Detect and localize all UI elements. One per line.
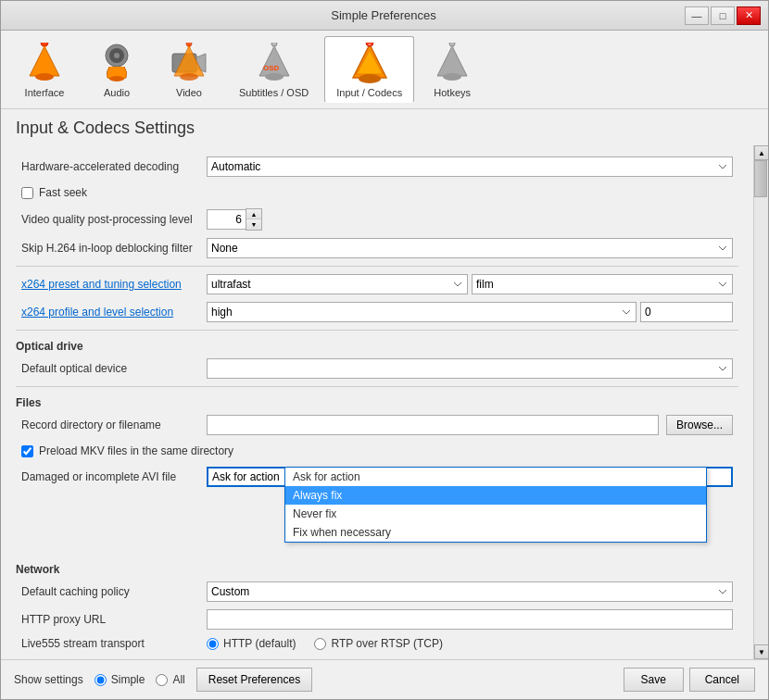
http-proxy-control (207, 609, 733, 630)
show-all-radio[interactable] (156, 674, 168, 686)
tab-interface-label: Interface (25, 87, 65, 98)
fast-seek-label: Fast seek (39, 186, 87, 199)
svg-point-21 (359, 74, 381, 83)
tab-interface[interactable]: Interface (10, 36, 79, 103)
tab-input[interactable]: Input / Codecs (324, 36, 414, 103)
tab-hotkeys-label: Hotkeys (434, 87, 471, 98)
x264-preset-row: x264 preset and tuning selection ultrafa… (16, 272, 738, 296)
spin-down-button[interactable]: ▼ (246, 219, 261, 230)
skip-h264-row: Skip H.264 in-loop deblocking filter Non… (16, 236, 738, 260)
dropdown-item-never[interactable]: Never fix (285, 505, 706, 523)
hardware-decoding-label: Hardware-accelerated decoding (21, 160, 207, 173)
tab-video[interactable]: Video (155, 36, 223, 103)
svg-marker-0 (30, 46, 59, 76)
hotkeys-icon (430, 41, 474, 85)
x264-preset-split: ultrafast superfast veryfast faster fast… (207, 274, 733, 294)
record-dir-label: Record directory or filename (21, 419, 207, 431)
svg-marker-25 (437, 46, 467, 76)
damaged-avi-label: Damaged or incomplete AVI file (21, 470, 207, 483)
svg-text:OSD: OSD (263, 64, 280, 72)
tab-video-label: Video (176, 87, 202, 98)
maximize-button[interactable]: □ (711, 6, 735, 25)
video-quality-control: ▲ ▼ (207, 208, 733, 231)
x264-profile-label[interactable]: x264 profile and level selection (21, 306, 207, 319)
hardware-decoding-select[interactable]: Automatic DirectX VA 2.0 (DXVA2) None (207, 156, 733, 177)
scroll-content[interactable]: Hardware-accelerated decoding Automatic … (1, 145, 753, 659)
show-all-option: All (156, 673, 184, 686)
window-controls: — □ ✕ (685, 6, 761, 25)
live555-radio-row: HTTP (default) RTP over RTSP (TCP) (207, 637, 733, 650)
svg-point-1 (35, 73, 54, 81)
main-window: Simple Preferences — □ ✕ Interface (0, 0, 769, 700)
svg-point-7 (109, 76, 124, 81)
optical-section-header: Optical drive (16, 340, 738, 353)
record-dir-row: Record directory or filename Browse... (16, 413, 738, 437)
cancel-button[interactable]: Cancel (689, 668, 755, 692)
scroll-thumb[interactable] (754, 160, 767, 197)
x264-preset-select2[interactable]: film animation grain (472, 274, 733, 294)
tab-subtitles-label: Subtitles / OSD (239, 87, 309, 98)
dropdown-item-always[interactable]: Always fix (285, 486, 706, 505)
video-quality-row: Video quality post-processing level ▲ ▼ (16, 206, 738, 232)
optical-device-select[interactable] (207, 358, 733, 379)
files-section-header: Files (16, 396, 738, 409)
caching-policy-row: Default caching policy Custom Conservati… (16, 580, 738, 604)
interface-icon (22, 41, 67, 85)
bottom-right: Save Cancel (624, 668, 755, 692)
skip-h264-control: None Non-ref Bidir Non-key All (207, 238, 733, 258)
x264-preset-label[interactable]: x264 preset and tuning selection (21, 278, 207, 291)
x264-preset-select1[interactable]: ultrafast superfast veryfast faster fast (207, 274, 468, 294)
svg-point-28 (449, 43, 455, 46)
window-title: Simple Preferences (82, 8, 685, 22)
caching-policy-control: Custom Conservative Normal Aggressive (207, 581, 733, 602)
divider-2 (16, 330, 738, 331)
live555-http-radio[interactable] (207, 638, 219, 650)
page-title: Input & Codecs Settings (1, 109, 768, 145)
spin-up-button[interactable]: ▲ (246, 209, 261, 219)
preload-mkv-checkbox[interactable] (21, 445, 33, 457)
live555-rtp-radio[interactable] (314, 638, 326, 650)
scroll-up-arrow[interactable]: ▲ (754, 145, 768, 160)
video-quality-input[interactable] (207, 209, 246, 230)
save-button[interactable]: Save (624, 668, 684, 692)
record-dir-input[interactable] (207, 415, 659, 435)
preload-mkv-label: Preload MKV files in the same directory (39, 444, 233, 457)
x264-profile-row: x264 profile and level selection high ma… (16, 300, 738, 324)
fast-seek-checkbox[interactable] (21, 187, 33, 199)
tab-subtitles[interactable]: OSD Subtitles / OSD (227, 36, 321, 103)
live555-http-label: HTTP (default) (223, 637, 296, 650)
x264-profile-control: high main baseline (207, 302, 733, 322)
show-all-label: All (172, 673, 184, 686)
tab-audio[interactable]: Audio (82, 36, 151, 103)
skip-h264-select[interactable]: None Non-ref Bidir Non-key All (207, 238, 733, 258)
http-proxy-row: HTTP proxy URL (16, 607, 738, 631)
network-section-header: Network (16, 563, 738, 576)
browse-button[interactable]: Browse... (666, 415, 733, 435)
x264-profile-level-input[interactable] (640, 302, 733, 322)
scrollbar[interactable]: ▲ ▼ (753, 145, 768, 659)
caching-policy-select[interactable]: Custom Conservative Normal Aggressive (207, 581, 733, 602)
preload-mkv-row: Preload MKV files in the same directory (16, 441, 738, 461)
show-simple-radio[interactable] (95, 674, 107, 686)
caching-policy-label: Default caching policy (21, 585, 207, 598)
optical-device-control (207, 358, 733, 379)
tab-hotkeys[interactable]: Hotkeys (418, 36, 486, 103)
live555-rtp-label: RTP over RTSP (TCP) (331, 637, 442, 650)
svg-point-24 (368, 44, 372, 45)
reset-preferences-button[interactable]: Reset Preferences (196, 668, 312, 692)
content-area: Hardware-accelerated decoding Automatic … (1, 145, 768, 659)
close-button[interactable]: ✕ (737, 6, 761, 25)
x264-profile-select1[interactable]: high main baseline (207, 302, 637, 322)
dropdown-item-fix-when[interactable]: Fix when necessary (285, 523, 706, 542)
show-simple-option: Simple (95, 673, 145, 686)
minimize-button[interactable]: — (685, 6, 709, 25)
hardware-decoding-control: Automatic DirectX VA 2.0 (DXVA2) None (207, 156, 733, 177)
bottom-left: Show settings Simple All Reset Preferenc… (14, 668, 312, 692)
svg-point-13 (186, 43, 192, 46)
http-proxy-input[interactable] (207, 609, 733, 630)
record-dir-control: Browse... (207, 415, 733, 435)
dropdown-item-ask[interactable]: Ask for action (285, 468, 706, 486)
x264-profile-split: high main baseline (207, 302, 733, 322)
live555-rtp-option: RTP over RTSP (TCP) (314, 637, 442, 650)
scroll-down-arrow[interactable]: ▼ (754, 644, 768, 659)
